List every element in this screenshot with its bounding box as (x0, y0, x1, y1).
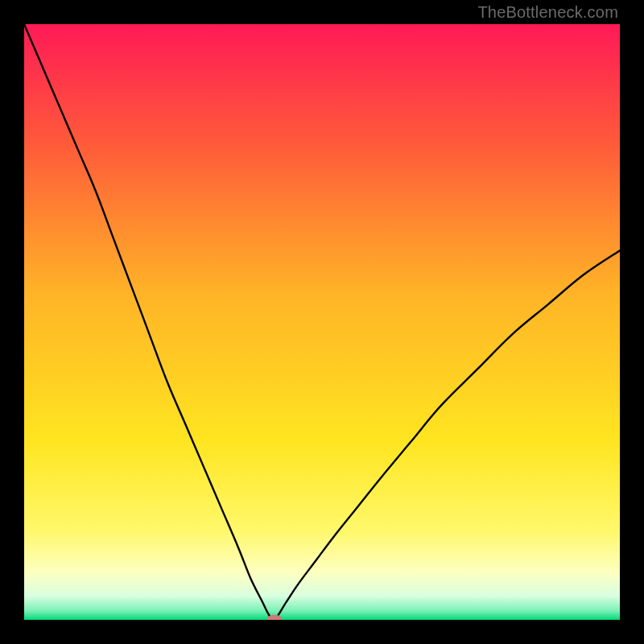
minimum-marker (267, 615, 282, 620)
bottleneck-curve (24, 24, 620, 620)
chart-area (24, 24, 620, 620)
watermark-text: TheBottleneck.com (477, 3, 618, 22)
